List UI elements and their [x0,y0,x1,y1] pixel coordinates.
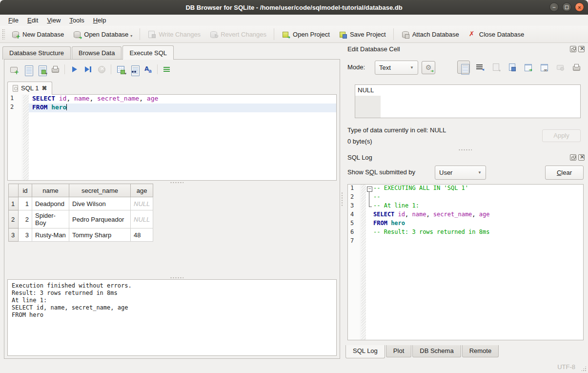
copy-link-icon[interactable] [538,61,550,74]
float-panel-icon[interactable] [570,46,576,52]
table-row[interactable]: 22Spider-BoyPedro ParqueadorNULL [9,210,153,228]
editor-line[interactable]: 1SELECT id, name, secret_name, age [8,95,336,104]
tab-browse-data[interactable]: Browse Data [72,46,122,60]
execute-all-icon[interactable] [68,63,80,75]
token: SELECT [373,211,394,218]
column-header-age[interactable]: age [131,184,153,197]
table-cell[interactable]: NULL [131,210,153,228]
close-panel-icon[interactable] [578,154,585,161]
save-results-icon[interactable]: ▾ [115,63,126,75]
table-cell[interactable]: Spider-Boy [32,210,69,228]
fold-marker-icon[interactable] [366,185,373,193]
close-database-button[interactable]: Close Database [464,28,529,40]
row-header[interactable]: 1 [9,197,19,210]
open-external-icon[interactable] [522,61,534,74]
print-cell-icon[interactable] [570,61,583,74]
main-toolbar: New DatabaseOpen Database▾Write ChangesR… [0,26,588,43]
word-wrap-icon[interactable] [473,61,486,74]
column-header-name[interactable]: name [32,184,69,197]
chevron-down-icon[interactable]: ▾ [130,34,132,38]
toolbar-handle[interactable] [2,29,5,40]
results-table[interactable]: idnamesecret_nameage11DeadpondDive Wilso… [8,184,153,242]
sql-log-title: SQL Log [347,154,372,161]
auto-format-icon[interactable] [142,63,154,75]
stop-execution-icon [98,65,105,73]
tab-remote[interactable]: Remote [462,345,499,357]
token: , [89,95,97,102]
menu-file[interactable]: File [4,16,22,25]
resize-grip[interactable] [581,366,587,372]
table-cell[interactable]: 3 [19,228,32,242]
execute-current-line-icon[interactable] [82,63,94,75]
cell-value-editor[interactable]: NULL [355,84,581,118]
table-cell[interactable]: Tommy Sharp [69,228,131,242]
open-project-button[interactable]: Open Project [277,28,334,40]
print-cell-icon [573,63,580,71]
encoding-indicator: UTF-8 [557,363,575,371]
auto-format-icon [144,65,152,73]
sql-document-tab[interactable]: SQL 1 ✖ [7,82,52,95]
chevron-down-icon[interactable]: ▾ [45,72,47,76]
sql-editor[interactable]: 1SELECT id, name, secret_name, age2FROM … [7,94,337,181]
close-icon[interactable]: × [575,2,584,12]
menu-tools[interactable]: Tools [65,16,88,25]
table-cell[interactable]: NULL [131,197,153,210]
tab-db-schema[interactable]: DB Schema [412,345,461,357]
editor-line[interactable]: 2FROM hero [8,104,336,112]
open-database-button[interactable]: Open Database▾ [68,28,137,40]
line-number: 1 [348,185,361,193]
fold-margin [361,202,366,211]
cell-log-splitter[interactable] [458,148,472,151]
apply-settings-button[interactable] [422,61,435,74]
tab-database-structure[interactable]: Database Structure [2,46,71,60]
corner-cell[interactable] [9,184,19,197]
table-cell[interactable]: 1 [19,197,32,210]
row-header[interactable]: 2 [9,210,19,228]
print-icon[interactable] [49,63,61,75]
save-project-button[interactable]: Save Project [334,28,390,40]
new-database-button[interactable]: New Database [7,28,68,40]
menu-view[interactable]: View [43,16,64,25]
table-cell[interactable]: Dive Wilson [69,197,131,210]
table-cell[interactable]: Deadpond [32,197,69,210]
menubar: FileEditViewToolsHelp [0,15,588,26]
menu-edit[interactable]: Edit [23,16,42,25]
table-cell[interactable]: 2 [19,210,32,228]
row-header[interactable]: 3 [9,228,19,242]
code-text: -- EXECUTING ALL IN 'SQL 1' [373,185,583,193]
attach-database-button[interactable]: Attach Database [397,28,464,40]
chevron-down-icon[interactable]: ▾ [124,72,126,76]
align-icon[interactable] [161,63,173,75]
table-row[interactable]: 33Rusty-ManTommy Sharp48 [9,228,153,242]
tab-close-icon[interactable]: ✖ [41,84,47,92]
clear-log-button[interactable]: Clear [545,166,584,180]
tab-execute-sql[interactable]: Execute SQL [122,45,174,60]
panel-splitter[interactable] [341,192,343,207]
cell-value: NULL [358,86,374,94]
tab-plot[interactable]: Plot [386,345,411,357]
column-header-secret-name[interactable]: secret_name [69,184,131,197]
results-messages-splitter[interactable] [170,276,183,279]
execute-current-line-icon [84,65,92,73]
table-cell[interactable]: Rusty-Man [32,228,69,242]
tab-sql-log[interactable]: SQL Log [345,345,385,358]
table-cell[interactable]: Pedro Parqueador [69,210,131,228]
minimize-icon[interactable]: − [549,2,559,12]
sql-log-view[interactable]: 1-- EXECUTING ALL IN 'SQL 1'2--3-- At li… [347,184,584,340]
mode-select[interactable]: Text ▼ [375,61,418,75]
open-sql-file-icon[interactable] [22,63,34,75]
log-filter-select[interactable]: User ▼ [435,166,486,180]
close-panel-icon[interactable] [578,46,585,52]
table-row[interactable]: 11DeadpondDive WilsonNULL [9,197,153,210]
find-icon[interactable] [128,63,140,75]
text-mode-icon[interactable] [457,61,470,74]
save-data-icon[interactable] [506,61,518,74]
save-sql-file-icon[interactable]: ▾ [36,63,47,75]
table-cell[interactable]: 48 [131,228,153,242]
menu-help[interactable]: Help [89,16,110,25]
column-header-id[interactable]: id [19,184,32,197]
token [47,104,51,111]
maximize-icon[interactable]: ◻ [562,2,571,12]
new-sql-tab-icon[interactable] [8,63,20,75]
float-panel-icon[interactable] [570,154,576,161]
